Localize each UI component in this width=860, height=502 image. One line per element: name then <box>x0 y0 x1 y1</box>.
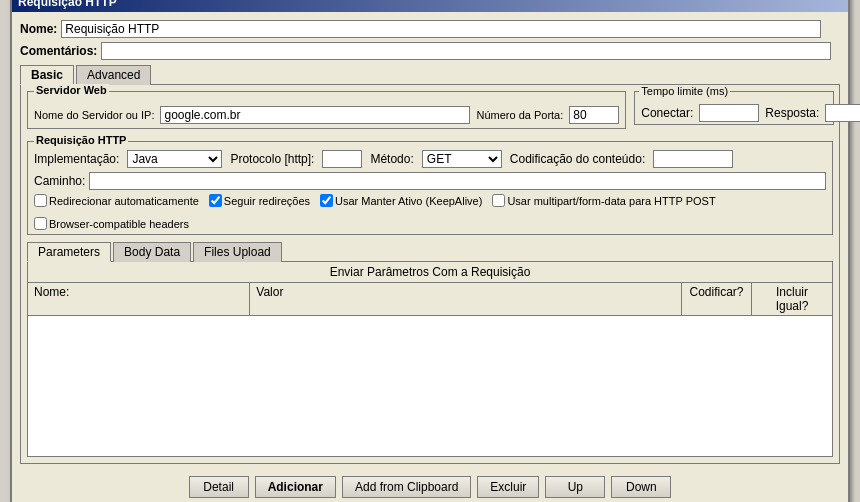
add-clipboard-button[interactable]: Add from Clipboard <box>342 476 471 498</box>
servidor-web-row: Servidor Web Nome do Servidor ou IP: Núm… <box>27 91 833 135</box>
cb-browser-label: Browser-compatible headers <box>49 218 189 230</box>
timeout-label: Tempo limite (ms) <box>639 85 730 97</box>
params-cols: Nome: Valor Codificar? Incluir Igual? <box>28 283 832 316</box>
cb-keepalive-input[interactable] <box>320 194 333 207</box>
inner-tab-files-upload[interactable]: Files Upload <box>193 242 282 262</box>
porta-label: Número da Porta: <box>476 109 563 121</box>
resposta-label: Resposta: <box>765 106 819 120</box>
window-title: Requisição HTTP <box>12 0 848 12</box>
codif-input[interactable] <box>653 150 733 168</box>
inner-tabs-container: Parameters Body Data Files Upload Enviar… <box>27 241 833 457</box>
impl-row: Implementação: Java HttpClient 3.1 HttpC… <box>34 150 826 168</box>
caminho-label: Caminho: <box>34 174 85 188</box>
inner-tab-bar: Parameters Body Data Files Upload <box>27 241 833 262</box>
col-incluir: Incluir Igual? <box>752 283 832 315</box>
tab-advanced[interactable]: Advanced <box>76 65 151 85</box>
bottom-buttons: Detail Adicionar Add from Clipboard Excl… <box>20 470 840 502</box>
cb-keepalive-label: Usar Manter Ativo (KeepAlive) <box>335 195 482 207</box>
impl-label: Implementação: <box>34 152 119 166</box>
down-button[interactable]: Down <box>611 476 671 498</box>
servidor-ip-row: Nome do Servidor ou IP: Número da Porta: <box>34 106 619 124</box>
comentarios-input[interactable] <box>101 42 831 60</box>
main-tab-bar: Basic Advanced <box>20 64 840 85</box>
caminho-row: Caminho: <box>34 172 826 190</box>
params-header: Enviar Parâmetros Com a Requisição <box>28 262 832 283</box>
protocolo-label: Protocolo [http]: <box>230 152 314 166</box>
caminho-input[interactable] <box>89 172 826 190</box>
comentarios-label: Comentários: <box>20 44 97 58</box>
tab-content-basic: Servidor Web Nome do Servidor ou IP: Núm… <box>20 85 840 464</box>
metodo-select[interactable]: GET POST PUT DELETE HEAD PATCH <box>422 150 502 168</box>
nome-row: Nome: <box>20 20 840 38</box>
codif-label: Codificação do conteúdo: <box>510 152 645 166</box>
nome-input[interactable] <box>61 20 821 38</box>
detail-button[interactable]: Detail <box>189 476 249 498</box>
nome-servidor-input[interactable] <box>160 106 470 124</box>
cb-seguir-input[interactable] <box>209 194 222 207</box>
tab-basic[interactable]: Basic <box>20 65 74 85</box>
excluir-button[interactable]: Excluir <box>477 476 539 498</box>
col-codificar: Codificar? <box>682 283 752 315</box>
main-tabs-container: Basic Advanced Servidor Web Nome do Serv… <box>20 64 840 464</box>
window-body: Nome: Comentários: Basic Advanced Servid… <box>12 12 848 502</box>
cb-seguir-label: Seguir redireções <box>224 195 310 207</box>
cb-seguir[interactable]: Seguir redireções <box>209 194 310 207</box>
porta-input[interactable] <box>569 106 619 124</box>
protocolo-input[interactable] <box>322 150 362 168</box>
cb-multipart-input[interactable] <box>492 194 505 207</box>
req-http-section: Requisição HTTP Implementação: Java Http… <box>27 141 833 235</box>
servidor-web-label: Servidor Web <box>34 84 109 96</box>
params-body <box>28 316 832 456</box>
req-http-label: Requisição HTTP <box>34 134 128 146</box>
cb-browser[interactable]: Browser-compatible headers <box>34 217 189 230</box>
cb-keepalive[interactable]: Usar Manter Ativo (KeepAlive) <box>320 194 482 207</box>
comentarios-row: Comentários: <box>20 42 840 60</box>
up-button[interactable]: Up <box>545 476 605 498</box>
cb-redirecionar-label: Redirecionar automaticamente <box>49 195 199 207</box>
col-nome: Nome: <box>28 283 250 315</box>
inner-tab-body-data[interactable]: Body Data <box>113 242 191 262</box>
timeout-inner: Conectar: Resposta: <box>641 104 827 122</box>
cb-browser-input[interactable] <box>34 217 47 230</box>
impl-select[interactable]: Java HttpClient 3.1 HttpClient 4 <box>127 150 222 168</box>
inner-tab-parameters[interactable]: Parameters <box>27 242 111 262</box>
adicionar-button[interactable]: Adicionar <box>255 476 336 498</box>
cb-redirecionar[interactable]: Redirecionar automaticamente <box>34 194 199 207</box>
checkboxes-row: Redirecionar automaticamente Seguir redi… <box>34 194 826 230</box>
resposta-input[interactable] <box>825 104 860 122</box>
nome-label: Nome: <box>20 22 57 36</box>
params-area: Enviar Parâmetros Com a Requisição Nome:… <box>27 262 833 457</box>
metodo-label: Método: <box>370 152 413 166</box>
cb-multipart-label: Usar multipart/form-data para HTTP POST <box>507 195 715 207</box>
conectar-input[interactable] <box>699 104 759 122</box>
timeout-section: Tempo limite (ms) Conectar: Resposta: <box>634 91 834 125</box>
main-window: Requisição HTTP Nome: Comentários: Basic… <box>10 0 850 502</box>
servidor-web-section: Servidor Web Nome do Servidor ou IP: Núm… <box>27 91 626 129</box>
cb-redirecionar-input[interactable] <box>34 194 47 207</box>
nome-servidor-label: Nome do Servidor ou IP: <box>34 109 154 121</box>
conectar-label: Conectar: <box>641 106 693 120</box>
cb-multipart[interactable]: Usar multipart/form-data para HTTP POST <box>492 194 715 207</box>
col-valor: Valor <box>250 283 682 315</box>
